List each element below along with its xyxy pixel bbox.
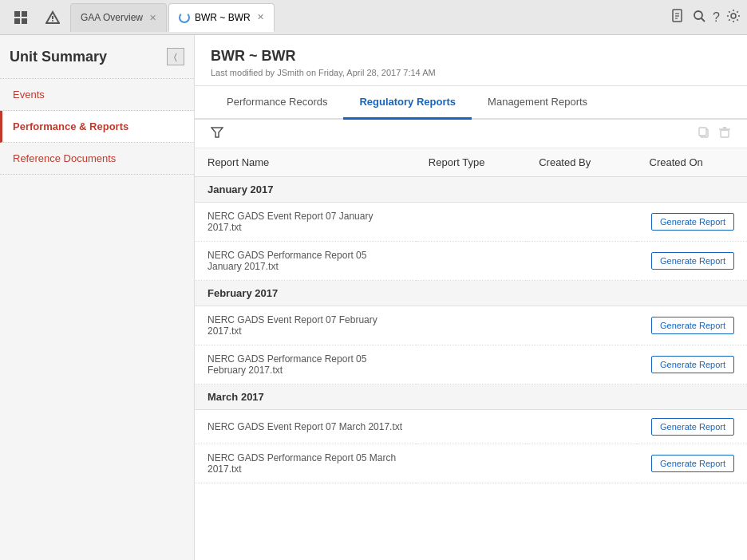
- content-area: BWR ~ BWR Last modified by JSmith on Fri…: [195, 35, 747, 560]
- tab-management-reports[interactable]: Management Reports: [472, 86, 603, 120]
- help-icon[interactable]: ?: [713, 10, 720, 25]
- svg-point-13: [731, 14, 736, 18]
- report-name-cell: NERC GADS Event Report 07 February 2017.…: [195, 306, 416, 345]
- table-header-row: Report Name Report Type Created By Creat…: [195, 148, 747, 177]
- content-header: BWR ~ BWR Last modified by JSmith on Fri…: [195, 35, 747, 86]
- table-row[interactable]: NERC GADS Event Report 07 January 2017.t…: [195, 203, 747, 242]
- svg-rect-0: [14, 11, 20, 17]
- table-group-header: January 2017: [195, 177, 747, 203]
- created-on-cell: Generate Report: [637, 345, 747, 385]
- sidebar-item-reference-docs[interactable]: Reference Documents: [0, 143, 194, 175]
- report-type-cell: [416, 444, 526, 483]
- created-by-cell: [526, 203, 636, 242]
- svg-rect-17: [721, 130, 729, 137]
- generate-report-button[interactable]: Generate Report: [651, 418, 734, 436]
- report-type-cell: [416, 306, 526, 345]
- table-row[interactable]: NERC GADS Performance Report 05 February…: [195, 345, 747, 385]
- reports-table-container: Report Name Report Type Created By Creat…: [195, 148, 747, 560]
- generate-report-button[interactable]: Generate Report: [651, 317, 734, 334]
- triangle-icon[interactable]: [38, 3, 67, 32]
- created-by-cell: [526, 306, 636, 345]
- sidebar-item-events[interactable]: Events: [0, 79, 194, 111]
- search-icon[interactable]: [692, 9, 706, 26]
- toolbar: [195, 120, 747, 148]
- svg-rect-2: [14, 18, 20, 24]
- created-by-cell: [526, 410, 636, 444]
- content-tab-bar: Performance Records Regulatory Reports M…: [195, 86, 747, 120]
- reports-table: Report Name Report Type Created By Creat…: [195, 148, 747, 483]
- sidebar-title: Unit Summary: [10, 49, 107, 65]
- filter-icon[interactable]: [211, 126, 223, 141]
- top-bar: GAA Overview ✕ BWR ~ BWR ✕ ?: [0, 0, 747, 35]
- report-name-cell: NERC GADS Event Report 07 January 2017.t…: [195, 203, 416, 242]
- created-on-cell: Generate Report: [637, 410, 747, 444]
- svg-marker-14: [211, 128, 223, 137]
- created-on-cell: Generate Report: [637, 306, 747, 345]
- created-by-cell: [526, 345, 636, 385]
- tab-bwr-label: BWR ~ BWR: [195, 12, 251, 23]
- col-header-report-name: Report Name: [195, 148, 416, 177]
- report-type-cell: [416, 410, 526, 444]
- col-header-created-by: Created By: [526, 148, 636, 177]
- svg-rect-3: [22, 18, 27, 24]
- col-header-report-type: Report Type: [416, 148, 526, 177]
- settings-icon[interactable]: [726, 9, 741, 26]
- tab-gaa-close[interactable]: ✕: [149, 13, 156, 23]
- generate-report-button[interactable]: Generate Report: [651, 356, 734, 373]
- report-name-cell: NERC GADS Performance Report 05 February…: [195, 345, 416, 385]
- tab-regulatory-reports[interactable]: Regulatory Reports: [343, 86, 472, 120]
- report-name-cell: NERC GADS Performance Report 05 March 20…: [195, 444, 416, 483]
- created-on-cell: Generate Report: [637, 203, 747, 242]
- tab-performance-records[interactable]: Performance Records: [211, 86, 343, 120]
- table-group-header: March 2017: [195, 385, 747, 410]
- top-bar-actions: ?: [671, 9, 741, 26]
- content-subtitle: Last modified by JSmith on Friday, April…: [211, 68, 731, 77]
- svg-rect-1: [22, 11, 27, 17]
- sidebar-title-row: Unit Summary 〈: [0, 35, 194, 79]
- created-on-cell: Generate Report: [637, 444, 747, 483]
- svg-point-6: [52, 20, 53, 22]
- content-title: BWR ~ BWR: [211, 48, 731, 65]
- delete-icon: [718, 126, 731, 141]
- report-name-cell: NERC GADS Performance Report 05 January …: [195, 242, 416, 281]
- svg-line-12: [702, 18, 705, 22]
- created-on-cell: Generate Report: [637, 242, 747, 281]
- table-row[interactable]: NERC GADS Event Report 07 February 2017.…: [195, 306, 747, 345]
- table-group-header: February 2017: [195, 281, 747, 306]
- tab-bwr[interactable]: BWR ~ BWR ✕: [168, 3, 275, 32]
- tab-gaa-overview[interactable]: GAA Overview ✕: [70, 3, 167, 32]
- table-row[interactable]: NERC GADS Performance Report 05 January …: [195, 242, 747, 281]
- generate-report-button[interactable]: Generate Report: [651, 252, 734, 270]
- generate-report-button[interactable]: Generate Report: [651, 213, 734, 231]
- document-icon[interactable]: [671, 9, 686, 26]
- svg-point-11: [694, 11, 702, 19]
- sidebar-item-performance-reports[interactable]: Performance & Reports: [0, 111, 194, 143]
- main-layout: Unit Summary 〈 Events Performance & Repo…: [0, 35, 747, 560]
- created-by-cell: [526, 242, 636, 281]
- table-row[interactable]: NERC GADS Event Report 07 March 2017.txt…: [195, 410, 747, 444]
- report-type-cell: [416, 203, 526, 242]
- report-type-cell: [416, 345, 526, 385]
- tab-bwr-spinner: [179, 12, 190, 23]
- copy-icon: [698, 126, 710, 141]
- generate-report-button[interactable]: Generate Report: [651, 455, 734, 472]
- report-name-cell: NERC GADS Event Report 07 March 2017.txt: [195, 410, 416, 444]
- report-type-cell: [416, 242, 526, 281]
- table-row[interactable]: NERC GADS Performance Report 05 March 20…: [195, 444, 747, 483]
- toolbar-left: [211, 126, 223, 141]
- grid-icon[interactable]: [6, 3, 35, 32]
- sidebar: Unit Summary 〈 Events Performance & Repo…: [0, 35, 195, 560]
- toolbar-right: [698, 126, 731, 141]
- tab-gaa-label: GAA Overview: [81, 12, 143, 23]
- tab-bwr-close[interactable]: ✕: [257, 12, 264, 22]
- created-by-cell: [526, 444, 636, 483]
- sidebar-collapse-button[interactable]: 〈: [167, 48, 184, 65]
- svg-rect-16: [699, 128, 706, 136]
- col-header-created-on: Created On: [637, 148, 747, 177]
